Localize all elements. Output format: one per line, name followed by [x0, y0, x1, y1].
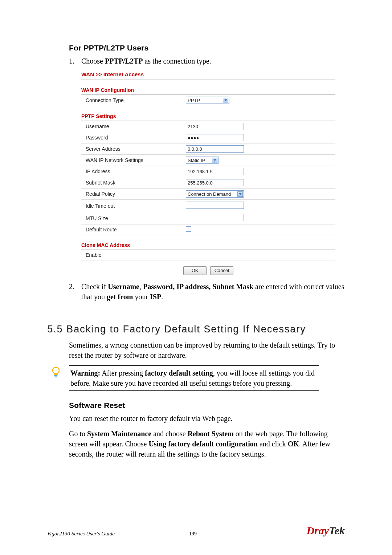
- page-number: 199: [189, 531, 197, 537]
- label-password: Password: [81, 132, 183, 143]
- svg-point-0: [53, 367, 59, 374]
- clone-mac-table: Enable: [81, 250, 335, 260]
- heading-5-5: 5.5 Backing to Factory Default Setting I…: [47, 324, 345, 335]
- svg-rect-1: [54, 375, 57, 376]
- lightbulb-icon: [49, 365, 63, 378]
- steps-list: 1. Choose PPTP/L2TP as the connection ty…: [69, 56, 345, 66]
- label-enable: Enable: [81, 250, 183, 260]
- select-wan-ip-settings[interactable]: Static IP: [186, 157, 219, 164]
- draytek-logo: DrayTek: [306, 524, 345, 537]
- intro-paragraph: Sometimes, a wrong connection can be imp…: [69, 340, 345, 360]
- wan-ip-table: Connection Type PPTP: [81, 94, 335, 106]
- input-username[interactable]: 2130: [186, 123, 244, 130]
- row-wan-ip-settings: WAN IP Network Settings Static IP: [81, 155, 335, 166]
- input-password[interactable]: ●●●●: [186, 134, 244, 141]
- svg-rect-2: [55, 377, 57, 378]
- warning-text: Warning: After pressing factory default …: [69, 365, 319, 391]
- label-mtu-size: MTU Size: [81, 212, 183, 224]
- label-connection-type: Connection Type: [81, 95, 183, 106]
- label-username: Username: [81, 121, 183, 132]
- software-reset-para-1: You can reset the router to factory defa…: [69, 413, 345, 424]
- row-mtu-size: MTU Size: [81, 212, 335, 224]
- label-default-route: Default Route: [81, 224, 183, 235]
- select-connection-type[interactable]: PPTP: [186, 97, 229, 104]
- section-5-5: 5.5 Backing to Factory Default Setting I…: [47, 324, 345, 459]
- software-reset-para-2: Go to System Maintenance and choose Rebo…: [69, 429, 345, 459]
- page: For PPTP/L2TP Users 1. Choose PPTP/L2TP …: [0, 0, 392, 555]
- input-idle-timeout[interactable]: [186, 202, 244, 209]
- section-pptp-settings: PPTP Settings: [81, 113, 335, 120]
- input-subnet-mask[interactable]: 255.255.0.0: [186, 179, 244, 186]
- step-text: Check if Username, Password, IP address,…: [81, 281, 345, 302]
- section-clone-mac: Clone MAC Address: [81, 242, 335, 249]
- warning-block: Warning: After pressing factory default …: [49, 365, 345, 391]
- input-ip-address[interactable]: 192.168.1.5: [186, 168, 244, 175]
- footer-guide-title: Vigor2130 Series User's Guide: [47, 531, 115, 537]
- steps-list-2: 2. Check if Username, Password, IP addre…: [69, 281, 345, 302]
- step-number: 1.: [69, 56, 81, 66]
- row-username: Username 2130: [81, 121, 335, 132]
- row-idle-timeout: Idle Time out: [81, 200, 335, 212]
- checkbox-default-route[interactable]: [186, 226, 191, 232]
- heading-pptp-l2tp-users: For PPTP/L2TP Users: [69, 44, 345, 52]
- row-enable: Enable: [81, 250, 335, 260]
- label-redial-policy: Redial Policy: [81, 189, 183, 200]
- row-ip-address: IP Address 192.168.1.5: [81, 166, 335, 177]
- label-server-address: Server Address: [81, 143, 183, 155]
- row-password: Password ●●●●: [81, 132, 335, 143]
- input-mtu-size[interactable]: [186, 214, 244, 221]
- pptp-settings-table: Username 2130 Password ●●●● Server Addre…: [81, 121, 335, 235]
- step-1: 1. Choose PPTP/L2TP as the connection ty…: [69, 56, 345, 66]
- label-ip-address: IP Address: [81, 166, 183, 177]
- row-default-route: Default Route: [81, 224, 335, 235]
- page-footer: Vigor2130 Series User's Guide 199 DrayTe…: [47, 524, 345, 537]
- chevron-down-icon: [223, 98, 228, 103]
- step-text: Choose PPTP/L2TP as the connection type.: [81, 56, 345, 66]
- row-server-address: Server Address 0.0.0.0: [81, 143, 335, 155]
- chevron-down-icon: [212, 158, 217, 163]
- chevron-down-icon: [237, 191, 243, 197]
- cancel-button[interactable]: Cancel: [210, 266, 233, 275]
- row-connection-type: Connection Type PPTP: [81, 95, 335, 106]
- button-row: OK Cancel: [81, 266, 335, 275]
- row-redial-policy: Redial Policy Connect on Demand: [81, 189, 335, 200]
- section-wan-ip-config: WAN IP Configuration: [81, 87, 335, 94]
- label-subnet-mask: Subnet Mask: [81, 177, 183, 189]
- step-2: 2. Check if Username, Password, IP addre…: [69, 281, 345, 302]
- checkbox-enable-clone-mac[interactable]: [186, 252, 191, 257]
- label-wan-ip-settings: WAN IP Network Settings: [81, 155, 183, 166]
- row-subnet-mask: Subnet Mask 255.255.0.0: [81, 177, 335, 189]
- label-idle-timeout: Idle Time out: [81, 200, 183, 212]
- router-ui-screenshot: WAN >> Internet Access WAN IP Configurat…: [81, 71, 335, 275]
- heading-software-reset: Software Reset: [69, 401, 345, 410]
- select-redial-policy[interactable]: Connect on Demand: [186, 190, 244, 198]
- breadcrumb: WAN >> Internet Access: [81, 71, 335, 80]
- content-body: For PPTP/L2TP Users 1. Choose PPTP/L2TP …: [69, 44, 345, 302]
- step-number: 2.: [69, 281, 81, 302]
- section-5-5-body: Sometimes, a wrong connection can be imp…: [69, 340, 345, 459]
- ok-button[interactable]: OK: [183, 266, 207, 275]
- input-server-address[interactable]: 0.0.0.0: [186, 145, 244, 153]
